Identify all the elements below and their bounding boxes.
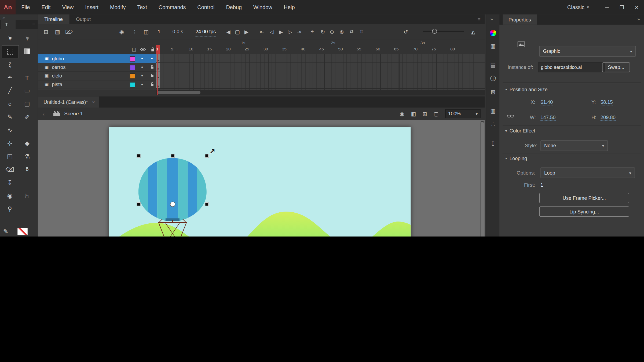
3d-rotation-tool[interactable]: ◰ [2,150,18,162]
menu-view[interactable]: View [56,0,79,14]
instance-name-field[interactable]: globo aerostático.ai [538,62,605,72]
timeline-zoom-slider[interactable] [423,31,464,32]
width-tool[interactable]: ↧ [2,176,18,189]
w-value[interactable]: 147.50 [540,114,555,121]
stage-canvas[interactable]: ↗ [109,127,411,237]
menu-text[interactable]: Text [131,0,153,14]
use-frame-picker-button[interactable]: Use Frame Picker... [539,193,629,203]
close-document-icon[interactable]: × [92,99,95,105]
layer-color-chip[interactable] [130,73,135,79]
library-panel-icon[interactable]: ▥ [486,106,500,115]
step-back-icon[interactable]: ◀ [224,27,233,36]
delete-layer-icon[interactable]: ⌦ [64,27,74,36]
symbol-type-select[interactable]: Graphic ▾ [539,46,636,57]
layer-depth-icon[interactable]: ◫ [141,27,151,36]
timeline-hscrollbar[interactable] [156,90,485,95]
layer-visibility-toggle[interactable]: • [139,73,145,79]
menu-commands[interactable]: Commands [153,0,192,14]
text-tool[interactable]: T [19,71,35,84]
menu-file[interactable]: File [16,0,36,14]
frames-grid[interactable] [156,54,485,90]
x-value[interactable]: 61.40 [540,99,553,105]
lasso-tool[interactable]: ζ [2,58,18,71]
viewport-vscroll-thumb[interactable] [481,122,484,237]
snap-grid-icon[interactable]: ⊞ [423,110,427,117]
step-forward-icon[interactable]: ▶ [241,27,251,36]
frame-ruler[interactable]: 1s 2s 3s 1 5 10 15 20 25 30 35 40 45 50 … [156,39,485,55]
playhead-line[interactable] [157,54,158,95]
zoom-level-select[interactable]: 100% ▾ [445,109,481,118]
layer-lock-toggle[interactable]: • [149,56,155,61]
layer-row-pista[interactable]: ▣ pista • [38,80,156,89]
layer-lock-toggle[interactable] [149,64,155,70]
first-frame-value[interactable]: 1 [540,182,543,188]
onion-skin-icon[interactable]: ⊙ [327,27,337,36]
loop-playback-icon[interactable]: ↻ [318,27,328,36]
menu-help[interactable]: Help [278,0,301,14]
subselection-tool[interactable]: ➤ [19,32,35,44]
edit-multiple-frames-icon[interactable]: ⧉ [347,27,357,36]
section-position-size[interactable]: ▾ Position and Size [505,87,548,92]
next-frame-icon[interactable]: ▷ [285,27,295,36]
layer-visibility-toggle[interactable]: • [139,64,145,70]
layer-depth-column-icon[interactable]: ◫ [131,46,137,52]
ink-bottle-tool[interactable]: ⚱ [19,163,35,176]
menu-window[interactable]: Window [247,0,278,14]
transform-handle-w[interactable] [137,202,141,206]
menu-control[interactable]: Control [192,0,220,14]
brush-library-panel-icon[interactable]: ∴ [486,119,500,128]
oval-tool[interactable]: ○ [2,98,18,110]
asset-warp-tool[interactable]: ⊹ [2,137,18,149]
current-frame-value[interactable]: 1 [158,27,160,36]
workspace-switcher[interactable]: Classic ▾ [567,4,589,10]
collapse-tools-icon[interactable]: « [2,16,5,20]
enlarge-frames-icon[interactable]: ◭ [468,27,478,36]
onion-outlines-icon[interactable]: ⊚ [337,27,347,36]
tab-timeline[interactable]: Timeline [38,14,69,24]
selection-tool[interactable]: ➤ [2,32,18,44]
swap-button[interactable]: Swap... [602,62,630,72]
lip-syncing-button[interactable]: Lip Syncing... [539,206,629,217]
stage-color-icon[interactable]: ◧ [411,110,416,117]
camera-tool[interactable]: ◉ [2,190,18,202]
primitive-rectangle-tool[interactable]: ▢ [19,98,35,110]
swatches-panel-icon[interactable]: ▦ [486,42,500,51]
timeline-hscroll-thumb[interactable] [157,91,200,94]
menu-debug[interactable]: Debug [220,0,247,14]
hand-tool[interactable]: ☞ [19,190,35,202]
gradient-transform-tool[interactable] [19,45,35,57]
parenting-view-icon[interactable]: ⋮ [130,27,140,36]
pen-tool[interactable]: ✒ [2,71,18,84]
modify-markers-icon[interactable]: ⌗ [357,27,367,36]
layer-color-chip[interactable] [130,82,135,87]
layer-name[interactable]: cielo [52,73,62,79]
timeline-ruler[interactable]: ◫ 1s 2s 3s 1 5 10 15 20 25 30 3 [38,39,485,54]
document-tab[interactable]: Untitled-1 (Canvas)* × [38,97,99,108]
color-style-select[interactable]: None ▾ [540,140,608,151]
transform-handle-nw[interactable] [137,154,141,158]
tools-panel-tab[interactable]: T... [1,20,16,29]
tab-output[interactable]: Output [69,14,97,24]
stage-camera-icon[interactable]: ◉ [400,110,404,117]
layer-row-cielo[interactable]: ▣ cielo • [38,71,156,80]
history-panel-icon[interactable]: ▯ [486,138,500,147]
stage-viewport[interactable]: ↗ ◂ [38,120,485,237]
add-camera-icon[interactable]: ◉ [117,27,127,36]
menu-insert[interactable]: Insert [79,0,104,14]
new-layer-icon[interactable]: ⊞ [41,27,51,36]
loop-options-select[interactable]: Loop ▾ [540,167,635,178]
clip-content-icon[interactable]: ▢ [434,110,439,117]
layer-lock-toggle[interactable] [149,73,155,79]
collapse-properties-icon[interactable]: » [637,16,640,21]
new-folder-icon[interactable]: ▧ [53,27,63,36]
y-value[interactable]: 58.15 [601,99,613,105]
line-tool[interactable]: ╱ [2,84,18,97]
layer-name[interactable]: cerros [52,64,65,70]
transform-handle-n[interactable] [171,154,175,158]
play-icon[interactable]: ▶ [276,27,286,36]
paint-brush-tool[interactable]: ✐ [19,111,35,123]
layer-color-chip[interactable] [130,56,135,62]
eyedropper-tool[interactable]: ⚗ [19,150,35,162]
layer-visibility-toggle[interactable]: • [139,82,145,87]
rectangle-tool[interactable]: ▭ [19,84,35,97]
